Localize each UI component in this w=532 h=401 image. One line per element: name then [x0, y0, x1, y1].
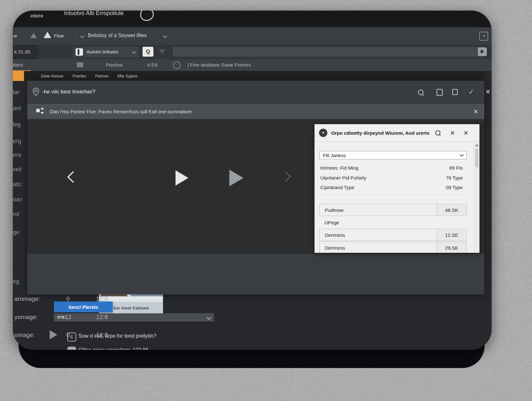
search-button[interactable]: Q — [143, 47, 153, 57]
confirm-icon[interactable]: ✓ — [469, 89, 474, 95]
search-icon[interactable] — [418, 90, 423, 95]
info-label: Intmees: Fid Ming — [320, 165, 358, 172]
app-window: eitere Intuotvo Alb Erropotiule w Flow B… — [13, 11, 492, 350]
primary-action-button[interactable]: Seccl Plerets — [54, 301, 113, 312]
list-row[interactable]: Derimess 29.SK — [319, 242, 467, 253]
flow-label[interactable]: Flow — [54, 33, 64, 38]
list-row[interactable]: Pudtnow 48.SK — [319, 204, 467, 216]
tab-fragment: eitere — [30, 13, 43, 19]
scrollbar-thumb[interactable] — [475, 149, 478, 167]
close-icon[interactable]: ✕ — [485, 89, 491, 95]
panel-close-icon-2[interactable]: ✕ — [463, 130, 469, 136]
strip-label-1[interactable]: Preslow — [106, 62, 123, 68]
info-value: 09 Type — [446, 185, 463, 192]
scribble-circle-icon — [140, 11, 154, 21]
previous-chevron-icon[interactable] — [67, 171, 79, 183]
video-icon[interactable] — [67, 347, 76, 350]
chevron-down-icon[interactable] — [80, 34, 85, 38]
screenshot-root: { "chrome": { "tab_left": "eitere", "tab… — [0, 0, 532, 401]
thumbnail-caption: Sor Invot Calimed — [113, 306, 149, 310]
info-label: Uipnlaner Pid Puhiely — [320, 175, 366, 182]
info-row: Intmees: Fid Ming 89 Fts — [320, 165, 463, 172]
triangle-icon-gray[interactable] — [30, 33, 37, 38]
navigation-toolbar: w Flow Belistioy of a Seywet ifiles ↗ — [13, 27, 492, 45]
open-external-icon[interactable]: ↗ — [479, 32, 488, 41]
list-row[interactable]: Derimess 12.SE — [319, 229, 467, 241]
scroll-up-icon[interactable] — [475, 144, 479, 146]
triangle-icon-white[interactable] — [44, 32, 51, 38]
stat-label: aromage: — [14, 295, 40, 302]
next-chevron-icon[interactable] — [280, 171, 291, 182]
secondary-toolbar: e 21.30 ▌ Auiven Imlures Q — [13, 45, 492, 59]
filter-select[interactable]: FlIl Jariess — [319, 151, 467, 159]
stat-label: omage: — [14, 332, 35, 339]
profile-icon: ▌ — [76, 48, 83, 56]
footer-row-1-text[interactable]: Sow d irstr, arpo for tond prellytin? — [78, 333, 156, 339]
filter-dropdown-icon[interactable] — [159, 49, 166, 54]
list-row-plain[interactable]: UPege — [319, 218, 467, 227]
menu-item-prerles[interactable]: Prerles — [73, 74, 86, 78]
sidebar-fragment: eg — [13, 278, 27, 285]
panel-scrollbar[interactable] — [474, 142, 479, 253]
list-row-label: UPege — [324, 220, 339, 225]
address-bar[interactable] — [173, 47, 485, 57]
menu-item-file[interactable]: Dele Amoor — [41, 74, 64, 78]
stat-count: 12 — [61, 314, 75, 321]
play-icon-primary[interactable] — [176, 170, 188, 186]
sidebar-fragment: are — [13, 105, 27, 112]
stat-count: 0 — [61, 332, 75, 339]
toolbar-divider — [76, 31, 76, 41]
play-icon-secondary[interactable] — [229, 170, 243, 186]
browser-tab-bar: eitere Intuotvo Alb Erropotiule — [13, 11, 492, 27]
info-row: Cipir&tand Type 09 Type — [320, 185, 463, 192]
strip-label-2[interactable]: It Ed — [147, 62, 157, 68]
menu-item-miesypce[interactable]: Mie Sypce — [118, 74, 138, 78]
sidebar-fragment: tar — [13, 89, 27, 96]
panel-title: Orpo cdieetty dirpeynd Wiurem, And urert… — [331, 130, 430, 136]
block-icon[interactable] — [77, 62, 83, 67]
stat-label: yomage: — [14, 314, 38, 321]
strip-fragment: itiers — [13, 62, 23, 68]
info-row: Uipnlaner Pid Puhiely 79 Type — [320, 175, 463, 182]
time-segment: e 21.30 — [13, 45, 38, 59]
chevron-down-icon[interactable] — [163, 34, 167, 38]
footer-play-icon[interactable] — [50, 330, 57, 339]
strip-label-3[interactable]: | Fine airstiione Sawe Fromes — [187, 62, 251, 68]
swap-icon-up — [41, 107, 44, 109]
play-glyph — [481, 49, 484, 54]
minus-circle-icon[interactable]: − — [173, 61, 181, 69]
info-label: Cipir&tand Type — [320, 185, 354, 192]
window-maximize-icon[interactable] — [452, 89, 458, 95]
notice-text: Oan lYou Pariew Five: Paveu Rensenfuss s… — [50, 109, 193, 114]
sidebar-fragment: erg — [13, 138, 27, 145]
menu-item-parlow[interactable]: Parlow — [95, 74, 108, 78]
window-restore-icon[interactable] — [437, 89, 443, 96]
list-row-label: Pudtnow — [320, 204, 437, 216]
info-value: 89 Fts — [449, 165, 463, 172]
chevron-down-icon — [460, 153, 464, 157]
swap-icon-down — [41, 112, 44, 114]
panel-close-icon[interactable]: ✕ — [450, 130, 455, 136]
notice-bar: Oan lYou Pariew Five: Paveu Rensenfuss s… — [27, 104, 484, 119]
dialog-footer — [27, 254, 484, 294]
menu-bar: Dele Amoor Prerles Parlow Mie Sypce — [24, 71, 484, 81]
list-row-label: Derimess — [320, 229, 437, 241]
player-dropdown[interactable]: 0?8 — [54, 313, 214, 321]
play-box-icon[interactable] — [478, 47, 487, 56]
time-fragment: e 21.30 — [14, 49, 30, 54]
profile-chip[interactable]: ▌ Auiven Imlures — [73, 47, 139, 57]
sidebar-fragment: era — [13, 152, 27, 158]
search-glyph: Q — [146, 49, 150, 55]
panel-header: ✦ Orpo cdieetty dirpeynd Wiurem, And ure… — [315, 124, 479, 142]
list-row-value: 29.SK — [437, 242, 466, 253]
footer-row-2-text[interactable]: Oilles prnay anorutingr. 102.88 — [78, 347, 148, 350]
properties-panel: ✦ Orpo cdieetty dirpeynd Wiurem, And ure… — [315, 124, 479, 253]
action-strip: itiers Preslow It Ed − | Fine airstiione… — [13, 59, 492, 71]
location-pin-icon — [32, 88, 39, 96]
dialog-title: -he viic kest Inverher? — [42, 89, 95, 95]
notice-close-icon[interactable]: ✕ — [473, 108, 479, 115]
breadcrumb[interactable]: Belistioy of a Seywet ifiles — [88, 33, 147, 38]
tab-title[interactable]: Intuotvo Alb Erropotiule — [64, 11, 124, 17]
panel-search-icon[interactable] — [435, 130, 440, 135]
chevron-down-icon — [207, 315, 211, 319]
